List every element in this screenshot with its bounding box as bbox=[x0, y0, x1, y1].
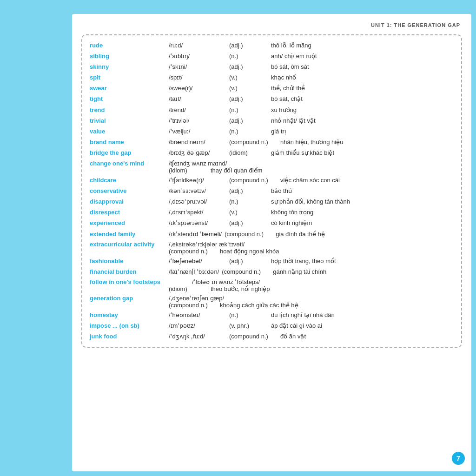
term: extended family bbox=[90, 230, 169, 238]
pos: (idiom) bbox=[229, 149, 271, 157]
list-item: childcare /ˈtʃaɪldkeə(r)/ (compound n.) … bbox=[90, 175, 454, 185]
definition: đồ ăn vặt bbox=[280, 332, 454, 341]
pronunciation: /trend/ bbox=[169, 106, 229, 114]
list-item: brand name /brænd neɪm/ (compound n.) nh… bbox=[90, 137, 454, 148]
pronunciation: /brɪdʒ ðə ɡæp/ bbox=[169, 149, 229, 157]
term: conservative bbox=[90, 187, 169, 195]
definition: sự phản đối, không tán thành bbox=[271, 198, 454, 206]
pos: (idiom) bbox=[169, 285, 211, 292]
page-container: UNIT 1: THE GENERATION GAP rude /ruːd/ (… bbox=[72, 14, 471, 471]
definition: bó sát, chật bbox=[271, 95, 454, 103]
pos: (v.) bbox=[229, 84, 271, 93]
pronunciation: /ˌdʒenəˈreɪʃən ɡæp/ bbox=[169, 295, 224, 302]
definition: du lịch nghỉ tại nhà dân bbox=[271, 311, 454, 319]
list-item: homestay /ˈhəʊmsteɪ/ (n.) du lịch nghỉ t… bbox=[90, 310, 454, 321]
list-item: swear /sweə(r)/ (v.) thề, chửi thề bbox=[90, 83, 454, 94]
definition: hợp thời trang, theo mốt bbox=[271, 257, 454, 265]
list-item: trivial /ˈtrɪviəl/ (adj.) nhỏ nhặt/ lặt … bbox=[90, 115, 454, 126]
list-item: conservative /kənˈsɜːvətɪv/ (adj.) bảo t… bbox=[90, 185, 454, 196]
term: tight bbox=[90, 95, 169, 103]
pronunciation: /brænd neɪm/ bbox=[169, 138, 229, 146]
list-item: bridge the gap /brɪdʒ ðə ɡæp/ (idiom) gi… bbox=[90, 148, 454, 159]
term: trivial bbox=[90, 117, 169, 125]
pronunciation: /ɪkˈstendɪd ˈfæməli/ bbox=[169, 230, 222, 238]
term: sibling bbox=[90, 52, 169, 60]
term: junk food bbox=[90, 332, 169, 341]
list-item: tight /taɪt/ (adj.) bó sát, chật bbox=[90, 94, 454, 105]
term: homestay bbox=[90, 311, 169, 319]
pos: (v.) bbox=[229, 208, 271, 217]
unit-header: UNIT 1: THE GENERATION GAP bbox=[72, 14, 471, 31]
definition: có kinh nghiệm bbox=[271, 219, 454, 227]
pos: (adj.) bbox=[229, 117, 271, 125]
term: swear bbox=[90, 84, 169, 93]
definition: bó sát, ôm sát bbox=[271, 63, 454, 71]
term: change one's mind bbox=[90, 160, 169, 167]
pronunciation: /ˈdʒʌŋk ˌfuːd/ bbox=[169, 332, 229, 341]
list-item: extended family /ɪkˈstendɪd ˈfæməli/ (co… bbox=[90, 229, 454, 239]
list-item: fashionable /ˈfæʃənəbəl/ (adj.) hợp thời… bbox=[90, 256, 454, 266]
list-item: junk food /ˈdʒʌŋk ˌfuːd/ (compound n.) đ… bbox=[90, 331, 454, 342]
definition: anh/ chị/ em ruột bbox=[271, 52, 454, 60]
pronunciation: /ˈfɒləʊ ɪn wʌnz ˈfʊtsteps/ bbox=[192, 278, 260, 285]
definition: bảo thủ bbox=[271, 187, 454, 195]
pos: (adj.) bbox=[229, 257, 271, 265]
pos: (n.) bbox=[229, 198, 271, 206]
term: trend bbox=[90, 106, 169, 114]
pos: (n.) bbox=[229, 311, 271, 319]
pronunciation: /ɪkˈspɪərɪənst/ bbox=[169, 219, 229, 227]
list-item: disapproval /ˌdɪsəˈpruːvəl/ (n.) sự phản… bbox=[90, 196, 454, 207]
pos: (compound n.) bbox=[169, 302, 220, 309]
pos: (idiom) bbox=[169, 167, 211, 174]
definition: hoạt động ngoại khóa bbox=[220, 248, 454, 255]
definition: nhãn hiệu, thương hiệu bbox=[280, 138, 454, 146]
page-number: 7 bbox=[452, 452, 465, 465]
pronunciation: /ˈsɪblɪŋ/ bbox=[169, 52, 229, 60]
list-item: trend /trend/ (n.) xu hướng bbox=[90, 105, 454, 115]
list-item: spit /spɪt/ (v.) khạc nhổ bbox=[90, 73, 454, 83]
pos: (compound n.) bbox=[229, 138, 280, 146]
list-item: rude /ruːd/ (adj.) thô lỗ, lỗ mãng bbox=[90, 40, 454, 51]
list-item: generation gap /ˌdʒenəˈreɪʃən ɡæp/ (comp… bbox=[90, 294, 454, 310]
pronunciation: /ˌekstrəkəˈrɪkjələr ækˈtɪvəti/ bbox=[169, 241, 245, 248]
term: generation gap bbox=[90, 295, 169, 302]
definition: xu hướng bbox=[271, 106, 454, 114]
definition: áp đặt cái gì vào ai bbox=[271, 322, 454, 330]
term: financial burden bbox=[90, 268, 169, 276]
term: disapproval bbox=[90, 198, 169, 206]
term: skinny bbox=[90, 63, 169, 71]
list-item: impose ... (on sb) /ɪmˈpəʊz/ (v. phr.) á… bbox=[90, 321, 454, 331]
term: bridge the gap bbox=[90, 149, 169, 157]
list-item: extracurricular activity /ˌekstrəkəˈrɪkj… bbox=[90, 239, 454, 256]
term: childcare bbox=[90, 176, 169, 185]
term: value bbox=[90, 127, 169, 136]
definition: thô lỗ, lỗ mãng bbox=[271, 41, 454, 50]
term: rude bbox=[90, 41, 169, 50]
pos: (compound n.) bbox=[229, 176, 280, 185]
pos: (n.) bbox=[229, 127, 271, 136]
definition: giá trị bbox=[271, 127, 454, 136]
pronunciation: /faɪˈnænʃl ˈbɜːdən/ bbox=[169, 268, 219, 276]
pronunciation: /ˌdɪsrɪˈspekt/ bbox=[169, 208, 229, 217]
pos: (adj.) bbox=[229, 41, 271, 50]
definition: gia đình đa thế hệ bbox=[276, 230, 454, 238]
pos: (v.) bbox=[229, 73, 271, 82]
vocab-box: rude /ruːd/ (adj.) thô lỗ, lỗ mãng sibli… bbox=[81, 34, 462, 348]
term: follow in one's footsteps bbox=[90, 278, 192, 285]
pronunciation: /ruːd/ bbox=[169, 41, 229, 50]
definition: khạc nhổ bbox=[271, 73, 454, 82]
pos: (adj.) bbox=[229, 219, 271, 227]
definition: nhỏ nhặt/ lặt vặt bbox=[271, 117, 454, 125]
term: impose ... (on sb) bbox=[90, 322, 169, 330]
definition: theo bước, nối nghiệp bbox=[211, 285, 454, 292]
definition: gánh nặng tài chính bbox=[273, 268, 454, 276]
term: fashionable bbox=[90, 257, 169, 265]
pos: (compound n.) bbox=[222, 268, 273, 276]
pos: (adj.) bbox=[229, 95, 271, 103]
pronunciation: /ˈtʃaɪldkeə(r)/ bbox=[169, 176, 229, 185]
pronunciation: /ˈhəʊmsteɪ/ bbox=[169, 311, 229, 319]
pos: (adj.) bbox=[229, 187, 271, 195]
term: disrespect bbox=[90, 208, 169, 217]
definition: khoảng cách giữa các thế hệ bbox=[220, 302, 454, 309]
pronunciation: /ˈvæljuː/ bbox=[169, 127, 229, 136]
